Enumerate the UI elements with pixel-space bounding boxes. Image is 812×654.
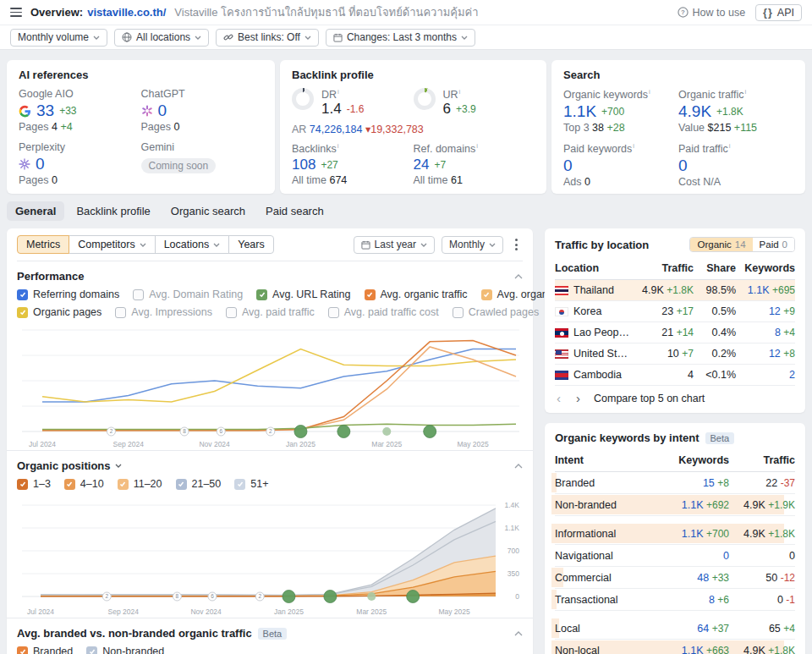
keywords-cell: 1.1K +663 <box>651 645 729 654</box>
api-button[interactable]: {} API <box>755 4 802 21</box>
intent-name: Informational <box>555 528 651 540</box>
chevron-down-icon <box>420 243 427 247</box>
svg-text:Nov 2024: Nov 2024 <box>199 440 230 448</box>
toggle-paid[interactable]: Paid0 <box>753 238 794 251</box>
kebab-menu-icon[interactable] <box>510 236 523 253</box>
location-name: United States <box>573 348 631 360</box>
tab-organic-search[interactable]: Organic search <box>162 201 254 221</box>
table-row[interactable]: Branded15 +822 -37 <box>555 472 795 494</box>
table-row[interactable]: Non-local1.1K +6634.9K +1.8K <box>555 640 795 654</box>
performance-chart[interactable]: 2862Jul 2024Sep 2024Nov 2024Jan 2025Mar … <box>17 323 523 450</box>
organic-positions-chart[interactable]: 28621.4K1.1K7003500Jul 2024Sep 2024Nov 2… <box>17 495 523 618</box>
checkbox-icon <box>176 479 187 490</box>
table-row[interactable]: Transactional8 +60 -1 <box>555 589 795 611</box>
intent-name: Commercial <box>555 572 651 584</box>
checkbox-icon <box>17 289 28 300</box>
compare-top5-link[interactable]: Compare top 5 on chart <box>594 393 705 404</box>
best-links-filter[interactable]: Best links: Off <box>216 29 319 47</box>
backlink-profile-card: Backlink profile DR 1.4-1.6 UR 6+3.9 AR … <box>280 60 546 194</box>
table-row[interactable]: Informational1.1K +7004.9K +1.8K <box>555 523 795 545</box>
metric-checkbox-avg-paid-traffic-cost[interactable]: Avg. paid traffic cost <box>328 306 439 318</box>
segment-competitors[interactable]: Competitors <box>69 235 155 254</box>
gemini-metric: Gemini Coming soon <box>141 141 264 186</box>
ar-value: 74,226,184 <box>310 124 363 135</box>
segment-metrics[interactable]: Metrics <box>17 235 69 254</box>
toggle-organic[interactable]: Organic14 <box>690 238 752 251</box>
svg-text:May 2025: May 2025 <box>438 607 470 616</box>
share-cell: 0.4% <box>694 327 736 338</box>
metric-checkbox-avg-paid-traffic[interactable]: Avg. paid traffic <box>226 306 315 318</box>
svg-text:2: 2 <box>105 593 108 599</box>
table-row[interactable]: Thailand4.9K +1.8K98.5%1.1K +695 <box>555 280 795 301</box>
table-row[interactable]: Navigational00 <box>555 545 795 567</box>
metric-checkbox-crawled-pages[interactable]: Crawled pages <box>453 306 539 318</box>
collapse-performance-icon[interactable] <box>514 274 523 279</box>
organic-keywords-metric: Organic keywords 1.1K+700 Top 3 38 +28 <box>563 88 678 134</box>
metric-checkbox-11-20[interactable]: 11–20 <box>118 478 162 490</box>
table-row[interactable]: United States10 +70.2%12 +8 <box>555 343 795 365</box>
beta-badge: Beta <box>258 628 288 640</box>
next-page-icon[interactable]: › <box>574 394 582 403</box>
tab-backlink-profile[interactable]: Backlink profile <box>68 201 158 221</box>
flag-kr-icon <box>555 307 568 316</box>
ai-references-title: AI references <box>19 69 263 81</box>
metric-checkbox-organic-pages[interactable]: Organic pages <box>17 306 102 318</box>
location-table-header: Location Traffic Share Keywords <box>555 259 795 280</box>
locations-filter[interactable]: All locations <box>114 29 209 47</box>
granularity-select[interactable]: Monthly <box>442 236 503 254</box>
metric-checkbox-avg-impressions[interactable]: Avg. Impressions <box>115 306 212 318</box>
google-aio-metric: Google AIO 33 +33 Pages 4 +4 <box>19 88 141 133</box>
performance-title: Performance <box>17 270 84 283</box>
ur-value: 6 <box>443 101 451 118</box>
metric-checkbox-51[interactable]: 51+ <box>234 478 268 490</box>
paid-traffic-metric: Paid traffic 0 Cost N/A <box>678 142 793 188</box>
domain-link[interactable]: vistaville.co.th/ <box>87 6 166 19</box>
metric-checkbox-referring-domains[interactable]: Referring domains <box>17 289 119 300</box>
table-row[interactable]: Non-branded1.1K +6924.9K +1.9K <box>555 494 795 516</box>
globe-icon <box>122 32 132 42</box>
traffic-cell: 23 +17 <box>631 305 694 317</box>
tab-paid-search[interactable]: Paid search <box>257 201 332 221</box>
segment-years[interactable]: Years <box>228 235 274 254</box>
metric-checkbox-avg-url-rating[interactable]: Avg. URL Rating <box>256 289 350 300</box>
prev-page-icon[interactable]: ‹ <box>555 394 562 403</box>
traffic-cell: 0 -1 <box>729 594 795 606</box>
ref-domains-metric: Ref. domains 24+7 All time 61 <box>414 142 535 186</box>
dr-value: 1.4 <box>321 101 342 118</box>
table-row[interactable]: Local64 +3765 +4 <box>555 618 795 640</box>
traffic-by-location-card: Traffic by location Organic14 Paid0 Loca… <box>545 228 805 413</box>
intent-name: Branded <box>555 477 651 489</box>
table-row[interactable]: Korea23 +170.5%12 +9 <box>555 301 795 322</box>
traffic-by-location-title: Traffic by location <box>555 239 649 251</box>
metric-checkbox-21-50[interactable]: 21–50 <box>176 478 222 490</box>
ar-metric: AR 74,226,184 ▾19,332,783 <box>292 123 535 135</box>
hamburger-menu-icon[interactable] <box>10 8 22 17</box>
backlinks-value: 108 <box>292 157 315 173</box>
calendar-icon <box>333 33 343 42</box>
metric-checkbox-branded[interactable]: Branded <box>17 646 73 654</box>
how-to-use-link[interactable]: ? How to use <box>678 7 746 19</box>
changes-filter[interactable]: Changes: Last 3 months <box>326 29 475 47</box>
metric-checkbox-avg-domain-rating[interactable]: Avg. Domain Rating <box>133 289 243 300</box>
flag-us-icon <box>555 349 568 359</box>
monthly-volume-filter[interactable]: Monthly volume <box>10 29 107 47</box>
metric-checkbox-4-10[interactable]: 4–10 <box>64 478 104 490</box>
metric-checkbox-non-branded[interactable]: Non-branded <box>86 646 164 654</box>
metric-checkbox-1-3[interactable]: 1–3 <box>17 478 51 490</box>
chevron-down-icon <box>140 243 146 247</box>
chevron-down-icon[interactable] <box>115 464 122 468</box>
metric-checkbox-avg-organic-traffic[interactable]: Avg. organic traffic <box>365 289 468 300</box>
google-aio-value: 33 <box>36 102 54 120</box>
charts-toolbar: Metrics Competitors Locations Years Last… <box>17 235 523 261</box>
collapse-branded-icon[interactable] <box>514 631 523 636</box>
intent-name: Navigational <box>555 550 651 562</box>
tab-general[interactable]: General <box>7 201 64 221</box>
table-row[interactable]: Lao People's Demo21 +140.4%8 +4 <box>555 322 795 343</box>
collapse-organic-positions-icon[interactable] <box>514 464 523 469</box>
performance-metric-toggles: Referring domainsAvg. Domain RatingAvg. … <box>17 289 523 323</box>
table-row[interactable]: Commercial48 +3350 -12 <box>555 567 795 589</box>
checkbox-icon <box>17 479 28 490</box>
table-row[interactable]: Cambodia4<0.1%2 <box>555 365 795 386</box>
period-select[interactable]: Last year <box>354 236 435 254</box>
segment-locations[interactable]: Locations <box>155 235 230 254</box>
